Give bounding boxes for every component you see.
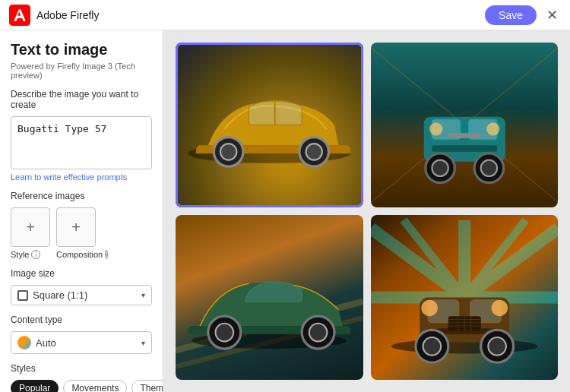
image-size-select-left: Square (1:1) xyxy=(17,289,87,301)
image-card-3[interactable] xyxy=(176,215,363,380)
svg-point-49 xyxy=(491,300,507,316)
svg-point-26 xyxy=(216,324,234,342)
adobe-logo xyxy=(9,5,30,26)
svg-rect-14 xyxy=(432,145,497,152)
styles-section: Styles Popular Movements Themes xyxy=(11,363,152,392)
content-type-select-left: Auto xyxy=(17,336,56,349)
heading-section: Text to image Powered by Firefly Image 3… xyxy=(11,41,152,80)
svg-rect-0 xyxy=(9,5,30,26)
styles-label: Styles xyxy=(11,363,152,374)
content-type-select[interactable]: Auto ▾ xyxy=(11,331,152,354)
plus-icon-composition: + xyxy=(71,220,81,235)
content-type-label: Content type xyxy=(11,315,152,325)
reference-images-row: + + xyxy=(11,207,152,247)
style-label-item: Style i xyxy=(11,250,50,259)
save-button[interactable]: Save xyxy=(485,5,537,25)
car-image-2 xyxy=(371,43,559,207)
svg-point-21 xyxy=(486,122,499,135)
image-size-select[interactable]: Square (1:1) ▾ xyxy=(11,285,152,305)
car-image-4 xyxy=(371,215,559,380)
header-left: Adobe Firefly xyxy=(9,5,99,26)
style-add-box[interactable]: + xyxy=(11,207,50,247)
sidebar: Text to image Powered by Firefly Image 3… xyxy=(0,30,163,392)
svg-line-7 xyxy=(371,48,464,125)
svg-point-5 xyxy=(306,144,321,160)
composition-info-icon: i xyxy=(105,250,108,259)
image-size-value: Square (1:1) xyxy=(33,289,87,301)
chevron-down-icon-content: ▾ xyxy=(141,339,145,347)
svg-point-18 xyxy=(480,160,496,176)
composition-add-box[interactable]: + xyxy=(56,207,96,247)
svg-point-16 xyxy=(432,160,448,176)
style-info-icon: i xyxy=(31,250,40,259)
reference-section: Reference images + + Style i xyxy=(11,191,152,259)
svg-point-20 xyxy=(429,122,442,135)
header-right: Save ✕ xyxy=(485,5,561,25)
composition-ref-box[interactable]: + xyxy=(56,207,96,247)
prompt-section: Describe the image you want to create Bu… xyxy=(11,89,152,182)
reference-label: Reference images xyxy=(11,191,152,201)
styles-tabs: Popular Movements Themes xyxy=(11,380,152,392)
page-title: Text to image xyxy=(11,41,152,58)
auto-content-icon xyxy=(17,336,31,349)
close-icon: ✕ xyxy=(546,7,558,24)
car-image-1 xyxy=(176,43,363,207)
image-grid xyxy=(163,30,570,392)
image-size-label: Image size xyxy=(11,268,152,279)
prompt-input[interactable]: Bugatti Type 57 xyxy=(11,116,152,169)
app-header: Adobe Firefly Save ✕ xyxy=(0,0,570,30)
image-card-1[interactable] xyxy=(176,43,363,207)
tab-themes[interactable]: Themes xyxy=(131,380,163,392)
image-size-section: Image size Square (1:1) ▾ xyxy=(11,268,152,305)
content-type-value: Auto xyxy=(36,337,56,349)
tab-popular[interactable]: Popular xyxy=(11,380,59,392)
image-card-2[interactable] xyxy=(371,43,559,207)
composition-label-item: Composition i xyxy=(56,250,96,259)
chevron-down-icon: ▾ xyxy=(141,291,145,299)
svg-line-8 xyxy=(464,48,558,125)
square-icon xyxy=(17,290,28,301)
svg-point-51 xyxy=(423,337,441,356)
svg-point-48 xyxy=(421,300,437,316)
composition-label-text: Composition xyxy=(56,250,103,259)
svg-rect-19 xyxy=(448,133,480,138)
plus-icon-style: + xyxy=(26,220,35,235)
ref-label-row: Style i Composition i xyxy=(11,250,152,259)
content-type-section: Content type Auto ▾ xyxy=(11,315,152,354)
page-subtitle: Powered by Firefly Image 3 (Tech preview… xyxy=(11,62,152,80)
svg-point-3 xyxy=(220,144,236,160)
close-button[interactable]: ✕ xyxy=(543,6,561,24)
svg-point-53 xyxy=(488,337,506,356)
image-card-4[interactable] xyxy=(371,215,559,380)
tab-movements[interactable]: Movements xyxy=(63,380,127,392)
learn-link[interactable]: Learn to write effective prompts xyxy=(11,172,152,182)
style-ref-box[interactable]: + xyxy=(11,207,50,247)
car-image-3 xyxy=(176,215,363,380)
style-label-text: Style xyxy=(11,250,29,259)
svg-point-28 xyxy=(309,324,328,342)
app-title: Adobe Firefly xyxy=(36,9,99,21)
prompt-label: Describe the image you want to create xyxy=(11,89,152,110)
main-layout: Text to image Powered by Firefly Image 3… xyxy=(0,30,570,392)
